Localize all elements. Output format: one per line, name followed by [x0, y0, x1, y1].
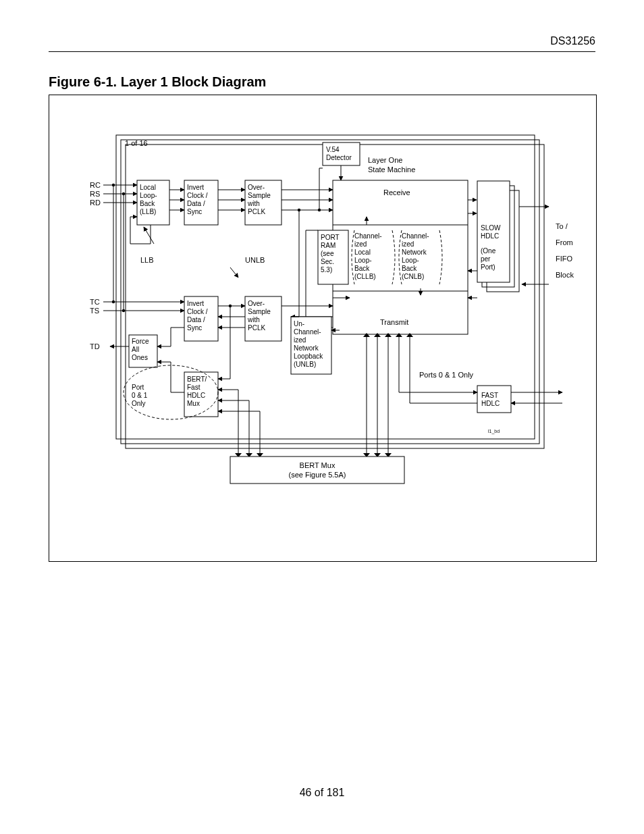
bert-mux-box [230, 457, 404, 484]
ts-label: TS [90, 307, 99, 315]
svg-point-98 [112, 184, 115, 186]
rc-label: RC [90, 181, 101, 189]
block-diagram: 1 of 16 RC RS RD TC TS TD LocalLoop-Back… [49, 95, 596, 561]
svg-text:Ports 0 & 1 Only: Ports 0 & 1 Only [419, 371, 474, 379]
svg-text:LLB: LLB [140, 256, 154, 264]
transmit-label: Transmit [380, 318, 408, 326]
figure-frame: 1 of 16 RC RS RD TC TS TD LocalLoop-Back… [49, 95, 597, 562]
svg-line-63 [230, 267, 238, 278]
figure-title: Figure 6-1. Layer 1 Block Diagram [49, 74, 266, 90]
td-label: TD [90, 342, 100, 350]
svg-line-61 [144, 227, 154, 244]
fast-hdlc-box [477, 386, 511, 413]
rs-label: RS [90, 190, 100, 198]
svg-point-100 [122, 192, 125, 195]
layer1-sm-box [333, 180, 468, 334]
svg-text:UNLB: UNLB [245, 256, 265, 264]
svg-text:l1_bd: l1_bd [488, 429, 500, 434]
svg-rect-1 [121, 140, 539, 444]
svg-text:Port0 & 1Only: Port0 & 1Only [132, 384, 148, 407]
rd-label: RD [90, 199, 101, 207]
svg-text:LocalLoop-Back(LLB): LocalLoop-Back(LLB) [140, 184, 157, 215]
svg-rect-2 [116, 135, 535, 439]
doc-id: DS31256 [550, 35, 595, 47]
one-of-label: 1 of 16 [125, 139, 148, 147]
header-rule [49, 51, 595, 52]
svg-text:Layer OneState Machine: Layer OneState Machine [368, 156, 415, 174]
svg-text:FASTHDLC: FASTHDLC [481, 392, 500, 407]
receive-label: Receive [383, 188, 410, 197]
right-label: To /FromFIFOBlock [556, 222, 574, 279]
tc-label: TC [90, 298, 100, 306]
page-footer: 46 of 181 [0, 787, 644, 799]
